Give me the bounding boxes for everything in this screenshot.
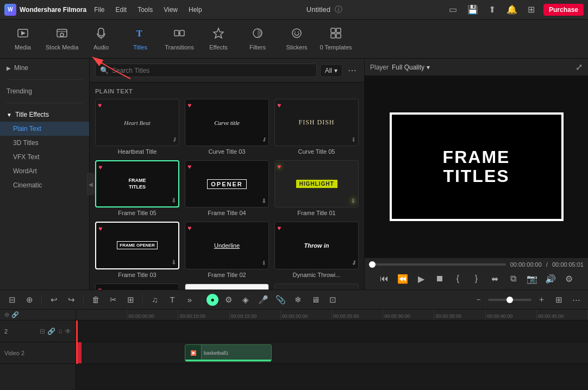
menu-tools[interactable]: Tools bbox=[136, 4, 154, 16]
panel-header-trending[interactable]: Trending bbox=[0, 84, 89, 98]
grid-item-frame05[interactable]: ♥ FRAMETITLES ⬇ Frame Title 05 bbox=[95, 160, 179, 216]
tl-marker-button[interactable]: ◈ bbox=[238, 292, 253, 307]
progress-bar[interactable] bbox=[369, 263, 506, 266]
add-track-button[interactable]: ⊕ bbox=[4, 311, 9, 318]
track-eye-icon[interactable]: 👁 bbox=[65, 328, 71, 335]
preview-area: FRAMETITLES bbox=[365, 76, 588, 257]
tl-magnet-button[interactable]: ⊕ bbox=[22, 292, 37, 307]
track-link-icon[interactable]: 🔗 bbox=[47, 328, 55, 335]
tl-record-button[interactable]: ● bbox=[207, 294, 218, 306]
download-icon: ⬇ bbox=[261, 136, 266, 143]
ruler-mark-5: 00:00:05:00 bbox=[127, 310, 178, 320]
tl-overlay-button[interactable]: ⊡ bbox=[325, 292, 340, 307]
progress-handle[interactable] bbox=[369, 261, 376, 268]
panel-header-mine[interactable]: ▶ Mine bbox=[0, 61, 89, 75]
grid-item-frame01[interactable]: ♥ HIGHLIGHT ⬇ Frame Title 01 bbox=[274, 160, 359, 216]
tl-undo-button[interactable]: ↩ bbox=[46, 292, 61, 307]
panel-item-vfx-text[interactable]: VFX Text bbox=[0, 150, 89, 164]
save-icon[interactable]: 💾 bbox=[465, 2, 480, 17]
info-icon[interactable]: ⓘ bbox=[335, 5, 342, 15]
mark-out-button[interactable]: } bbox=[469, 271, 484, 286]
tl-zoom-out-button[interactable]: － bbox=[471, 292, 486, 307]
tl-screen-button[interactable]: 🖥 bbox=[308, 292, 323, 307]
tl-voiceover-button[interactable]: 🎤 bbox=[255, 292, 271, 307]
tl-right-controls: － ＋ ⊞ ⋯ bbox=[471, 292, 584, 307]
grid-icon[interactable]: ⊞ bbox=[524, 2, 539, 17]
panel-item-plain-text[interactable]: Plain Text bbox=[0, 122, 89, 136]
playhead-marker[interactable] bbox=[76, 320, 78, 364]
tl-more2-button[interactable]: ⋯ bbox=[568, 292, 584, 307]
tl-freeze-button[interactable]: ❄ bbox=[290, 292, 305, 307]
menu-view[interactable]: View bbox=[162, 4, 179, 16]
play-button[interactable]: ▶ bbox=[414, 271, 429, 286]
track-audio-icon[interactable]: ♫ bbox=[58, 328, 62, 335]
menu-help[interactable]: Help bbox=[187, 4, 203, 16]
tl-delete-button[interactable]: 🗑 bbox=[88, 292, 103, 307]
grid-item-frame02[interactable]: ♥ Underline ⬇ Frame Title 02 bbox=[185, 222, 269, 278]
tl-grid-view-button[interactable]: ⊞ bbox=[551, 292, 566, 307]
zoom-slider[interactable] bbox=[488, 299, 531, 301]
panel-item-wordart[interactable]: WordArt bbox=[0, 164, 89, 178]
track-layers-icon[interactable]: ⊟ bbox=[40, 328, 45, 335]
step-back-button[interactable]: ⏪ bbox=[395, 271, 410, 286]
search-input[interactable] bbox=[112, 67, 312, 74]
tl-layout-button[interactable]: ⊟ bbox=[4, 292, 20, 307]
toolbar-audio[interactable]: Audio bbox=[83, 22, 120, 56]
mark-in-button[interactable]: { bbox=[451, 271, 466, 286]
thumb-glow: ♥ Glow Breath bbox=[95, 284, 179, 290]
grid-item-curve03[interactable]: ♥ Curve title ⬇ Curve Title 03 bbox=[185, 99, 269, 155]
grid-item-empty[interactable] bbox=[274, 284, 359, 290]
volume-button[interactable]: 🔊 bbox=[543, 271, 558, 286]
toolbar-media[interactable]: Media bbox=[4, 22, 41, 56]
more-options-button[interactable]: ⋯ bbox=[346, 63, 359, 78]
minimize-icon[interactable]: ▭ bbox=[446, 2, 461, 17]
video-clip-basketball[interactable]: basketball1 bbox=[185, 344, 272, 362]
toolbar-filters[interactable]: Filters bbox=[239, 22, 276, 56]
panel-collapse-button[interactable]: ◀ bbox=[87, 173, 90, 195]
tl-title-button[interactable]: T bbox=[165, 292, 180, 307]
tl-settings-gear[interactable]: ⚙ bbox=[221, 292, 236, 307]
grid-item-glow[interactable]: ♥ Glow Breath Glow Breath... bbox=[95, 284, 179, 290]
notification-icon[interactable]: 🔔 bbox=[504, 2, 520, 17]
grid-item-frame03[interactable]: ♥ FRAME OPENER ⬇ Frame Title 03 bbox=[95, 222, 179, 278]
toolbar-templates[interactable]: 0 Templates bbox=[317, 22, 354, 56]
panel-item-cinematic[interactable]: Cinematic bbox=[0, 178, 89, 192]
panel-header-title-effects[interactable]: ▼ Title Effects bbox=[0, 108, 89, 122]
tl-redo-button[interactable]: ↪ bbox=[64, 292, 79, 307]
pip-button[interactable]: ⧉ bbox=[506, 271, 521, 286]
extract-button[interactable]: ⬌ bbox=[487, 271, 503, 286]
capture-button[interactable]: 📷 bbox=[524, 271, 540, 286]
tl-cut-button[interactable]: ✂ bbox=[105, 292, 121, 307]
expand-player-button[interactable]: ⤢ bbox=[576, 62, 583, 72]
panel-item-3d-titles[interactable]: 3D Titles bbox=[0, 136, 89, 150]
tl-crop-button[interactable]: ⊞ bbox=[123, 292, 138, 307]
grid-item-lorem[interactable]: Lorem ipsumdolor sit amet bbox=[185, 284, 269, 290]
grid-item-curve05[interactable]: ♥ FISH DISH ⬇ Curve Title 05 bbox=[274, 99, 359, 155]
upload-icon[interactable]: ⬆ bbox=[485, 2, 500, 17]
menu-file[interactable]: File bbox=[93, 4, 105, 16]
toolbar-stock[interactable]: Stock Media bbox=[43, 22, 80, 56]
settings-button[interactable]: ⚙ bbox=[561, 271, 577, 286]
toolbar-titles[interactable]: T Titles bbox=[122, 22, 159, 56]
tl-zoom-in-button[interactable]: ＋ bbox=[534, 292, 549, 307]
grid-item-frame04[interactable]: ♥ OPENER ⬇ Frame Title 04 bbox=[185, 160, 269, 216]
snap-button[interactable]: 🔗 bbox=[11, 311, 19, 318]
toolbar-transitions[interactable]: Transitions bbox=[161, 22, 198, 56]
tl-more-button[interactable]: » bbox=[182, 292, 197, 307]
stop-button[interactable]: ⏹ bbox=[432, 271, 447, 286]
grid-item-dynamic[interactable]: ♥ Throw in ⬇ Dynamic Throwi... bbox=[274, 222, 359, 278]
filter-dropdown[interactable]: All ▾ bbox=[320, 64, 342, 77]
favorite-icon: ♥ bbox=[98, 163, 102, 171]
tl-clip-button[interactable]: 📎 bbox=[273, 292, 288, 307]
toolbar-stickers[interactable]: Stickers bbox=[278, 22, 315, 56]
tl-audio-button[interactable]: ♫ bbox=[147, 292, 162, 307]
grid-content: PLAIN TEXT ♥ Heart Beat ⬇ Heartbeat Titl… bbox=[90, 83, 364, 290]
toolbar-effects[interactable]: Effects bbox=[200, 22, 237, 56]
grid-item-heartbeat[interactable]: ♥ Heart Beat ⬇ Heartbeat Title bbox=[95, 99, 179, 155]
menu-edit[interactable]: Edit bbox=[114, 4, 128, 16]
zoom-handle[interactable] bbox=[506, 297, 513, 303]
quality-selector[interactable]: Full Quality ▾ bbox=[392, 64, 430, 71]
rewind-button[interactable]: ⏮ bbox=[377, 271, 392, 286]
purchase-button[interactable]: Purchase bbox=[543, 4, 584, 16]
tl-divider-4 bbox=[202, 294, 202, 305]
